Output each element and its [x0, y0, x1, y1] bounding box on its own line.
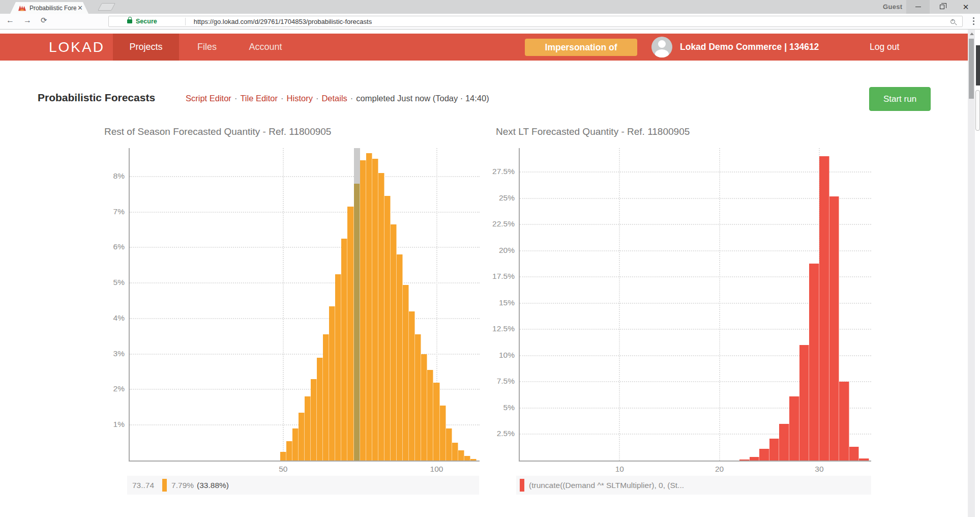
back-icon[interactable]: ←: [6, 16, 14, 25]
y-tick-label: 25%: [488, 193, 515, 203]
histogram-bar[interactable]: [409, 311, 415, 461]
histogram-bar[interactable]: [292, 428, 299, 461]
histogram-bar[interactable]: [839, 382, 849, 461]
histogram-bar[interactable]: [769, 439, 780, 461]
url-text: https://go.lokad.com/d/29761/1704853/pro…: [194, 18, 372, 25]
histogram-bar[interactable]: [440, 406, 446, 461]
histogram-bar[interactable]: [458, 450, 464, 461]
histogram-bar[interactable]: [311, 379, 317, 461]
history-link[interactable]: History: [287, 94, 313, 103]
x-tick-label: 50: [268, 465, 299, 474]
forward-icon[interactable]: →: [23, 16, 32, 25]
legend-series-label: (truncate((Demand ^* SLTMultiplier), 0, …: [529, 481, 684, 490]
secure-lock-icon: [127, 19, 132, 23]
y-axis-line: [129, 148, 130, 462]
browser-tab[interactable]: Probabilistic Forecasts ✕: [10, 2, 88, 14]
browser-menu-icon[interactable]: [973, 17, 974, 26]
histogram-bar[interactable]: [849, 447, 859, 461]
histogram-bar[interactable]: [452, 443, 458, 461]
histogram-bar[interactable]: [378, 173, 384, 461]
chart-title-next-lt: Next LT Forecasted Quantity - Ref. 11800…: [496, 126, 690, 137]
lokad-logo[interactable]: LOKAD: [49, 34, 105, 61]
histogram-bar[interactable]: [809, 264, 819, 461]
histogram-bar[interactable]: [759, 449, 769, 461]
histogram-bar[interactable]: [421, 354, 427, 461]
nav-item-files[interactable]: Files: [179, 34, 235, 61]
y-tick-label: 7.5%: [488, 377, 515, 386]
histogram-bar[interactable]: [323, 334, 329, 461]
histogram-bar[interactable]: [829, 196, 840, 461]
histogram-bar[interactable]: [299, 413, 305, 461]
start-run-button[interactable]: Start run: [869, 87, 931, 111]
histogram-bar[interactable]: [354, 184, 360, 461]
histogram-bar[interactable]: [819, 156, 829, 461]
logout-link[interactable]: Log out: [870, 34, 899, 61]
histogram-bar[interactable]: [403, 285, 409, 461]
histogram-bar[interactable]: [750, 457, 760, 461]
new-tab-button[interactable]: [98, 3, 115, 11]
page-scrollbar-track[interactable]: [968, 30, 975, 517]
x-tick-label: 10: [604, 465, 635, 474]
histogram-bar[interactable]: [286, 441, 292, 461]
histogram-bar[interactable]: [384, 196, 391, 461]
user-avatar[interactable]: [651, 37, 672, 58]
histogram-bar[interactable]: [360, 160, 366, 461]
page-scrollbar-thumb[interactable]: [969, 39, 974, 99]
histogram-next-lt[interactable]: 2.5%5%7.5%10%12.5%15%17.5%20%22.5%25%27.…: [520, 148, 871, 461]
y-axis-line: [519, 148, 520, 462]
tab-close-icon[interactable]: ✕: [77, 5, 83, 11]
window-close-button[interactable]: ✕: [954, 0, 977, 14]
histogram-bar[interactable]: [366, 153, 372, 461]
title-links-row: Script Editor·Tile Editor·History·Detail…: [186, 94, 489, 103]
y-tick-label: 12.5%: [488, 324, 515, 333]
guest-profile-label: Guest: [883, 3, 902, 11]
y-gridline: [130, 247, 480, 248]
zoom-magnifier-icon[interactable]: [951, 19, 955, 24]
y-tick-label: 6%: [98, 242, 125, 251]
histogram-bar[interactable]: [317, 358, 323, 461]
orange-swatch-icon: [162, 479, 167, 492]
histogram-bar[interactable]: [779, 424, 789, 461]
histogram-bar[interactable]: [305, 396, 311, 461]
window-minimize-button[interactable]: [906, 0, 930, 14]
histogram-bar[interactable]: [347, 207, 353, 461]
y-tick-label: 1%: [98, 420, 125, 429]
script-editor-link[interactable]: Script Editor: [186, 94, 231, 103]
nav-item-projects[interactable]: Projects: [113, 34, 179, 61]
address-bar[interactable]: Secure https://go.lokad.com/d/29761/1704…: [108, 16, 963, 27]
histogram-bar[interactable]: [329, 306, 335, 461]
impersonation-button[interactable]: Impersonation of: [525, 39, 637, 56]
account-name-label: Lokad Demo Commerce | 134612: [680, 34, 819, 61]
histogram-bar[interactable]: [433, 383, 439, 461]
outer-scrollbar-segment: [975, 90, 980, 131]
histogram-bar[interactable]: [464, 456, 470, 461]
histogram-bar[interactable]: [372, 159, 378, 461]
y-tick-label: 15%: [488, 298, 515, 307]
window-restore-button[interactable]: [930, 0, 954, 14]
histogram-bar[interactable]: [397, 254, 403, 461]
histogram-bar[interactable]: [391, 224, 397, 461]
y-gridline: [130, 176, 480, 177]
x-tick-label: 100: [422, 465, 452, 474]
histogram-bar[interactable]: [789, 396, 799, 461]
histogram-bar[interactable]: [341, 239, 347, 461]
details-link[interactable]: Details: [321, 94, 347, 103]
histogram-bar[interactable]: [427, 370, 433, 461]
minimize-icon: [915, 7, 921, 7]
histogram-rest-of-season[interactable]: 1%2%3%4%5%6%7%8%50100: [130, 148, 480, 461]
histogram-bar[interactable]: [280, 452, 286, 461]
histogram-bar[interactable]: [415, 334, 421, 461]
scrollbar-up-arrow-icon[interactable]: [970, 33, 974, 35]
y-gridline: [130, 282, 480, 283]
nav-item-account[interactable]: Account: [235, 34, 296, 61]
x-gridline: [619, 148, 620, 461]
red-swatch-icon: [520, 479, 524, 492]
reload-icon[interactable]: ⟳: [41, 16, 47, 25]
tile-editor-link[interactable]: Tile Editor: [240, 94, 278, 103]
histogram-bar[interactable]: [446, 428, 452, 461]
browser-tabstrip: Probabilistic Forecasts ✕ Guest ✕: [0, 0, 980, 14]
histogram-bar[interactable]: [335, 274, 341, 461]
legend-share-label: (33.88%): [197, 481, 229, 490]
page-title: Probabilistic Forecasts: [38, 92, 155, 104]
histogram-bar[interactable]: [799, 345, 810, 461]
